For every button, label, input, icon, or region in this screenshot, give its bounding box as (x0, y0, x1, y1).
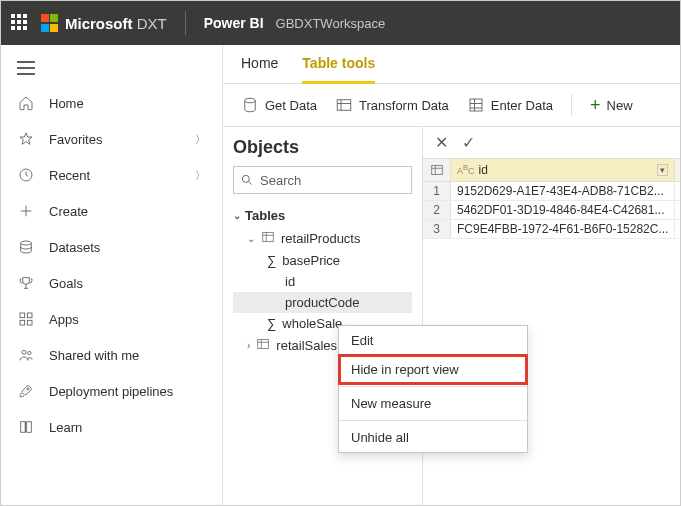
svg-rect-11 (470, 99, 482, 111)
brand-sub: DXT (137, 15, 167, 32)
field-productcode[interactable]: productCode (233, 292, 412, 313)
nav-goals-label: Goals (49, 276, 83, 291)
grid-header: ABC id ▾ ABC prod (423, 158, 680, 182)
sigma-icon: ∑ (267, 316, 276, 331)
trophy-icon (17, 274, 35, 292)
cell-prod: surface (675, 182, 680, 200)
nav-goals[interactable]: Goals (1, 265, 222, 301)
table-row[interactable]: 3 FC9E4FBB-1972-4F61-B6F0-15282C... surf… (423, 220, 680, 239)
svg-rect-15 (431, 165, 442, 174)
tables-node[interactable]: ⌄ Tables (233, 208, 412, 223)
get-data-button[interactable]: Get Data (241, 96, 317, 114)
nav-pipelines-label: Deployment pipelines (49, 384, 173, 399)
ctx-new-measure[interactable]: New measure (339, 389, 527, 418)
row-number: 2 (423, 201, 451, 219)
svg-point-7 (28, 351, 31, 354)
ribbon-divider (571, 94, 572, 116)
productcode-label: productCode (285, 295, 359, 310)
transform-data-label: Transform Data (359, 98, 449, 113)
ctx-separator (339, 420, 527, 421)
column-header-prod[interactable]: ABC prod (675, 159, 680, 181)
tab-home[interactable]: Home (241, 55, 278, 83)
nav-home[interactable]: Home (1, 85, 222, 121)
field-id[interactable]: id (233, 271, 412, 292)
new-button[interactable]: + New (590, 96, 633, 114)
ctx-edit[interactable]: Edit (339, 326, 527, 355)
field-baseprice[interactable]: ∑ basePrice (233, 250, 412, 271)
caret-right-icon: › (247, 340, 250, 351)
people-icon (17, 346, 35, 364)
context-menu: Edit Hide in report view New measure Unh… (338, 325, 528, 453)
svg-rect-10 (337, 100, 351, 111)
cell-prod: surface (675, 220, 680, 238)
table-retailproducts[interactable]: ⌄ retailProducts (233, 227, 412, 250)
grid-corner[interactable] (423, 159, 451, 181)
cell-id: 5462DF01-3D19-4846-84E4-C42681... (451, 201, 675, 219)
ctx-hide-in-report-view[interactable]: Hide in report view (339, 355, 527, 384)
row-number: 1 (423, 182, 451, 200)
svg-rect-3 (27, 313, 32, 318)
search-icon (240, 173, 254, 187)
table-icon (261, 230, 275, 247)
table-row[interactable]: 2 5462DF01-3D19-4846-84E4-C42681... surf… (423, 201, 680, 220)
sigma-icon: ∑ (267, 253, 276, 268)
nav-favorites[interactable]: Favorites 〉 (1, 121, 222, 157)
grid-confirm-button[interactable]: ✓ (462, 133, 475, 152)
caret-down-icon: ⌄ (233, 210, 241, 221)
svg-point-9 (245, 98, 256, 103)
get-data-label: Get Data (265, 98, 317, 113)
microsoft-logo-icon (41, 14, 59, 32)
nav-learn-label: Learn (49, 420, 82, 435)
id-label: id (285, 274, 295, 289)
plus-green-icon: + (590, 96, 601, 114)
nav-shared-label: Shared with me (49, 348, 139, 363)
nav-recent[interactable]: Recent 〉 (1, 157, 222, 193)
nav-create-label: Create (49, 204, 88, 219)
ctx-separator (339, 386, 527, 387)
book-icon (17, 418, 35, 436)
nav-home-label: Home (49, 96, 84, 111)
caret-down-icon: ⌄ (247, 233, 255, 244)
nav-collapse-button[interactable] (1, 51, 222, 85)
apps-icon (17, 310, 35, 328)
svg-point-8 (27, 388, 29, 390)
svg-point-6 (22, 350, 26, 354)
app-launcher-icon[interactable] (11, 14, 29, 32)
svg-rect-14 (258, 339, 269, 348)
cell-id: 9152D629-A1E7-43E4-ADB8-71CB2... (451, 182, 675, 200)
svg-point-1 (21, 241, 32, 245)
nav-apps[interactable]: Apps (1, 301, 222, 337)
retailsales-label: retailSales (276, 338, 337, 353)
svg-rect-13 (263, 232, 274, 241)
star-icon (17, 130, 35, 148)
ctx-unhide-all[interactable]: Unhide all (339, 423, 527, 452)
svg-rect-2 (20, 313, 25, 318)
table-row[interactable]: 1 9152D629-A1E7-43E4-ADB8-71CB2... surfa… (423, 182, 680, 201)
grid-cancel-button[interactable]: ✕ (435, 133, 448, 152)
row-number: 3 (423, 220, 451, 238)
header-divider (185, 11, 186, 35)
nav-create[interactable]: Create (1, 193, 222, 229)
objects-search[interactable]: Search (233, 166, 412, 194)
nav-shared[interactable]: Shared with me (1, 337, 222, 373)
column-dropdown-icon[interactable]: ▾ (657, 164, 668, 176)
hamburger-icon (17, 61, 35, 75)
nav-datasets[interactable]: Datasets (1, 229, 222, 265)
enter-data-label: Enter Data (491, 98, 553, 113)
enter-data-button[interactable]: Enter Data (467, 96, 553, 114)
search-placeholder: Search (260, 173, 301, 188)
tab-table-tools[interactable]: Table tools (302, 55, 375, 84)
get-data-icon (241, 96, 259, 114)
nav-pipelines[interactable]: Deployment pipelines (1, 373, 222, 409)
column-header-id[interactable]: ABC id ▾ (451, 159, 675, 181)
product-name: Power BI (204, 15, 264, 31)
ribbon: Get Data Transform Data Enter Data + New (223, 84, 680, 127)
workspace-name[interactable]: GBDXTWorkspace (276, 16, 386, 31)
nav-learn[interactable]: Learn (1, 409, 222, 445)
left-nav: Home Favorites 〉 Recent 〉 Create Dataset… (1, 45, 223, 505)
transform-data-button[interactable]: Transform Data (335, 96, 449, 114)
brand-logo: Microsoft DXT (41, 14, 167, 32)
database-icon (17, 238, 35, 256)
clock-icon (17, 166, 35, 184)
home-icon (17, 94, 35, 112)
